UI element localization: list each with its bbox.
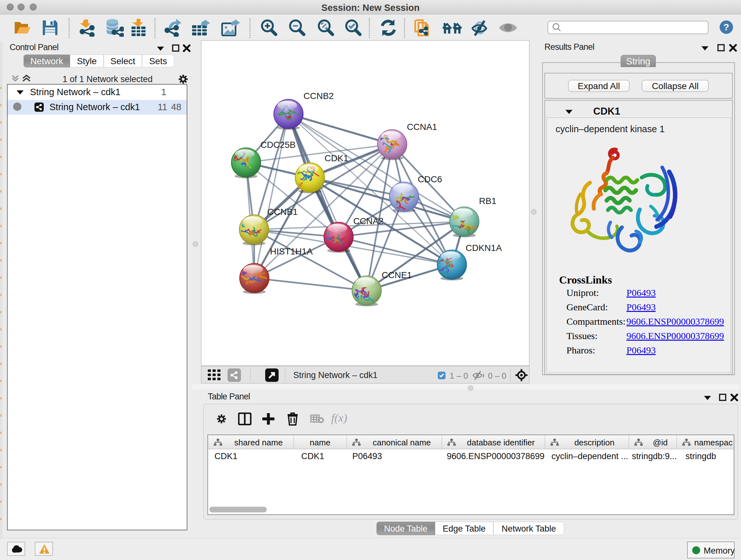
- svg-text:RB1: RB1: [479, 196, 496, 206]
- svg-text:CDK1: CDK1: [325, 153, 348, 163]
- svg-text:CCNB1: CCNB1: [267, 207, 298, 217]
- svg-text:CCNB2: CCNB2: [304, 91, 334, 101]
- svg-text:HIST1H1A: HIST1H1A: [270, 246, 313, 256]
- svg-text:?: ?: [724, 22, 729, 32]
- svg-text:CCNA1: CCNA1: [407, 122, 437, 132]
- svg-text:CDC25B: CDC25B: [260, 140, 295, 150]
- svg-text:CDC6: CDC6: [418, 174, 442, 184]
- svg-text:CCNE1: CCNE1: [382, 270, 412, 280]
- svg-text:CDKN1A: CDKN1A: [466, 243, 502, 253]
- svg-text:CCNA2: CCNA2: [353, 216, 384, 226]
